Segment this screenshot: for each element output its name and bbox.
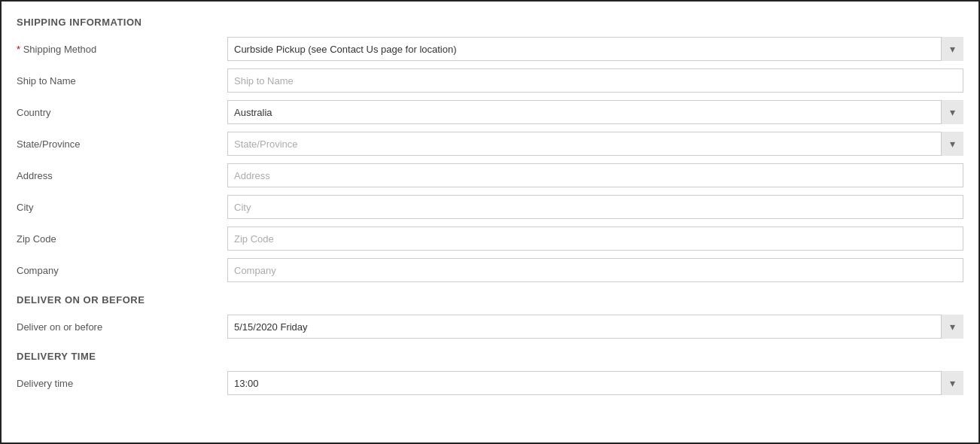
company-input[interactable]: [227, 258, 963, 282]
ship-to-name-row: Ship to Name: [17, 68, 963, 93]
shipping-method-wrapper: Curbside Pickup (see Contact Us page for…: [227, 37, 963, 61]
deliver-on-or-before-wrapper: 5/15/2020 Friday: [227, 315, 963, 339]
city-label: City: [17, 202, 227, 213]
address-wrapper: [227, 163, 963, 187]
country-select[interactable]: Australia: [227, 100, 963, 124]
shipping-method-select[interactable]: Curbside Pickup (see Contact Us page for…: [227, 37, 963, 61]
delivery-time-select[interactable]: 13:00: [227, 371, 963, 395]
delivery-time-title: DELIVERY TIME: [17, 351, 963, 362]
company-row: Company: [17, 258, 963, 282]
shipping-information-title: SHIPPING INFORMATION: [17, 17, 963, 28]
address-row: Address: [17, 163, 963, 187]
state-province-wrapper: State/Province: [227, 132, 963, 156]
ship-to-name-wrapper: [227, 68, 963, 93]
ship-to-name-label: Ship to Name: [17, 75, 227, 87]
country-row: Country Australia: [17, 100, 963, 124]
city-row: City: [17, 195, 963, 219]
country-select-wrapper: Australia: [227, 100, 963, 124]
deliver-on-or-before-select[interactable]: 5/15/2020 Friday: [227, 315, 963, 339]
country-label: Country: [17, 107, 227, 118]
state-province-select[interactable]: State/Province: [227, 132, 963, 156]
delivery-time-wrapper: 13:00: [227, 371, 963, 395]
deliver-section-spacing: DELIVER ON OR BEFORE Deliver on or befor…: [17, 294, 963, 339]
zip-code-input[interactable]: [227, 227, 963, 251]
delivery-time-label: Delivery time: [17, 378, 227, 389]
deliver-on-or-before-row: Deliver on or before 5/15/2020 Friday: [17, 315, 963, 339]
ship-to-name-input[interactable]: [227, 68, 963, 93]
form-container: SHIPPING INFORMATION * Shipping Method C…: [2, 2, 978, 410]
deliver-on-or-before-title: DELIVER ON OR BEFORE: [17, 294, 963, 306]
city-wrapper: [227, 195, 963, 219]
state-province-select-wrapper: State/Province: [227, 132, 963, 156]
shipping-method-select-wrapper: Curbside Pickup (see Contact Us page for…: [227, 37, 963, 61]
address-label: Address: [17, 170, 227, 181]
deliver-on-or-before-label: Deliver on or before: [17, 321, 227, 333]
delivery-time-section-spacing: DELIVERY TIME Delivery time 13:00: [17, 351, 963, 395]
company-label: Company: [17, 265, 227, 276]
address-input[interactable]: [227, 163, 963, 187]
shipping-method-label: * Shipping Method: [17, 44, 227, 55]
shipping-method-row: * Shipping Method Curbside Pickup (see C…: [17, 37, 963, 61]
state-province-label: State/Province: [17, 138, 227, 150]
zip-code-wrapper: [227, 227, 963, 251]
zip-code-label: Zip Code: [17, 233, 227, 245]
deliver-on-or-before-select-wrapper: 5/15/2020 Friday: [227, 315, 963, 339]
city-input[interactable]: [227, 195, 963, 219]
zip-code-row: Zip Code: [17, 227, 963, 251]
country-wrapper: Australia: [227, 100, 963, 124]
company-wrapper: [227, 258, 963, 282]
delivery-time-row: Delivery time 13:00: [17, 371, 963, 395]
state-province-row: State/Province State/Province: [17, 132, 963, 156]
delivery-time-select-wrapper: 13:00: [227, 371, 963, 395]
